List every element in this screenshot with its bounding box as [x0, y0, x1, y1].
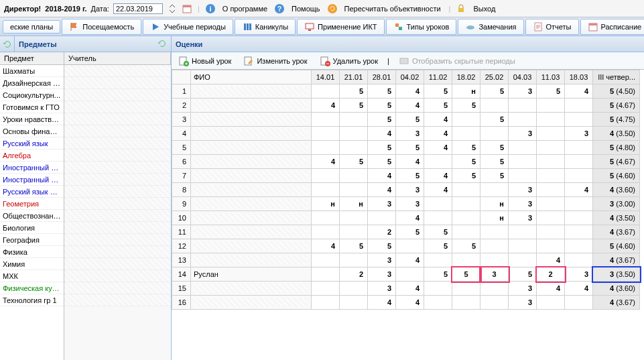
grade-cell[interactable]	[312, 282, 340, 296]
grade-cell[interactable]: 4	[424, 169, 452, 183]
grade-cell[interactable]: 3	[368, 282, 396, 296]
subject-row[interactable]: Русский язык и ...	[0, 186, 64, 198]
tab-ikt[interactable]: Применение ИКТ	[297, 19, 384, 35]
grade-row[interactable]: 12455555 (4.60)	[172, 239, 640, 253]
grade-cell[interactable]: 3	[509, 84, 537, 99]
grade-cell[interactable]: 4	[565, 183, 593, 197]
grade-cell[interactable]	[312, 141, 340, 155]
grade-cell[interactable]: 5	[452, 239, 480, 253]
grade-cell[interactable]	[537, 155, 565, 169]
subject-row[interactable]: Социокультурн...	[0, 89, 64, 101]
row-fio[interactable]	[191, 127, 312, 141]
grade-cell[interactable]	[509, 225, 537, 239]
grade-row[interactable]: 64554555 (4.67)	[172, 155, 640, 169]
grade-cell[interactable]	[537, 225, 565, 239]
grade-cell[interactable]	[565, 253, 593, 267]
grade-cell[interactable]: 4	[396, 253, 424, 267]
grade-cell[interactable]: 5	[424, 225, 452, 239]
summary-cell[interactable]: 5 (4.50)	[593, 84, 640, 99]
grade-cell[interactable]: 5	[396, 113, 424, 127]
grade-cell[interactable]: 5	[452, 99, 480, 113]
grade-cell[interactable]: 3	[396, 197, 424, 211]
grade-cell[interactable]	[340, 113, 368, 127]
grade-cell[interactable]: 5	[452, 267, 480, 282]
grade-cell[interactable]: 3	[509, 211, 537, 225]
row-fio[interactable]	[191, 113, 312, 127]
row-fio[interactable]	[191, 155, 312, 169]
row-fio[interactable]	[191, 239, 312, 253]
grade-cell[interactable]	[480, 296, 509, 310]
grade-cell[interactable]: 5	[368, 155, 396, 169]
date-spinner-icon[interactable]	[167, 3, 178, 14]
grade-cell[interactable]: 5	[396, 141, 424, 155]
grade-cell[interactable]	[537, 239, 565, 253]
summary-cell[interactable]: 5 (4.60)	[593, 239, 640, 253]
tab-schedule[interactable]: Расписание	[580, 19, 644, 35]
subject-row[interactable]: Иностранный яз...	[0, 162, 64, 174]
col-date[interactable]: 04.03	[509, 70, 537, 84]
col-date[interactable]: 11.03	[537, 70, 565, 84]
grade-cell[interactable]: 5	[452, 169, 480, 183]
row-fio[interactable]: Руслан	[191, 267, 312, 282]
grade-cell[interactable]: 5	[480, 155, 509, 169]
subject-row[interactable]: Геометрия	[0, 198, 64, 210]
grade-cell[interactable]: 4	[396, 282, 424, 296]
summary-cell[interactable]: 4 (3.60)	[593, 183, 640, 197]
grade-cell[interactable]	[312, 253, 340, 267]
grade-cell[interactable]: 5	[424, 99, 452, 113]
tab-reports[interactable]: Отчеты	[525, 19, 579, 35]
col-date[interactable]: 21.01	[340, 70, 368, 84]
row-fio[interactable]	[191, 99, 312, 113]
grade-cell[interactable]: 4	[565, 84, 593, 99]
grade-cell[interactable]: 4	[396, 84, 424, 99]
grade-row[interactable]: 164434 (3.67)	[172, 296, 640, 310]
tab-plans[interactable]: еские планы	[3, 20, 60, 34]
summary-cell[interactable]: 5 (4.60)	[593, 169, 640, 183]
grade-cell[interactable]: 3	[368, 267, 396, 282]
row-fio[interactable]	[191, 296, 312, 310]
row-fio[interactable]	[191, 282, 312, 296]
grade-cell[interactable]	[340, 141, 368, 155]
row-fio[interactable]	[191, 197, 312, 211]
tab-holidays[interactable]: Каникулы	[235, 19, 296, 35]
grade-cell[interactable]	[537, 197, 565, 211]
grade-cell[interactable]	[340, 211, 368, 225]
grade-cell[interactable]: 4	[368, 296, 396, 310]
exit-button[interactable]: Выход	[470, 3, 498, 14]
grade-cell[interactable]: н	[480, 211, 509, 225]
grade-cell[interactable]: 3	[565, 267, 593, 282]
grade-cell[interactable]: 4	[396, 211, 424, 225]
grade-cell[interactable]	[340, 253, 368, 267]
grade-cell[interactable]	[452, 282, 480, 296]
subject-row[interactable]: Обществознание	[0, 210, 64, 222]
grade-cell[interactable]: 5	[368, 113, 396, 127]
grade-row[interactable]: 24554555 (4.67)	[172, 99, 640, 113]
col-date[interactable]: 18.02	[452, 70, 480, 84]
grade-cell[interactable]: 3	[509, 282, 537, 296]
grade-cell[interactable]	[452, 197, 480, 211]
grade-cell[interactable]: 5	[424, 84, 452, 99]
grade-cell[interactable]	[340, 296, 368, 310]
grade-cell[interactable]	[509, 113, 537, 127]
summary-cell[interactable]: 5 (4.67)	[593, 99, 640, 113]
grade-cell[interactable]	[509, 253, 537, 267]
grade-cell[interactable]: 4	[312, 155, 340, 169]
grade-cell[interactable]	[396, 267, 424, 282]
grade-cell[interactable]: 5	[480, 169, 509, 183]
grade-cell[interactable]: 3	[509, 127, 537, 141]
summary-cell[interactable]: 3 (3.00)	[593, 197, 640, 211]
grade-cell[interactable]	[424, 211, 452, 225]
grade-cell[interactable]: 4	[565, 282, 593, 296]
grades-table[interactable]: ФИО14.0121.0128.0104.0211.0218.0225.0204…	[172, 70, 640, 310]
grade-cell[interactable]: 4	[537, 282, 565, 296]
new-lesson-button[interactable]: Новый урок	[176, 54, 234, 68]
subject-row[interactable]: Физическая кул...	[0, 282, 64, 294]
grade-cell[interactable]: 4	[368, 127, 396, 141]
grade-cell[interactable]	[565, 155, 593, 169]
grade-cell[interactable]	[480, 253, 509, 267]
grade-cell[interactable]: 4	[396, 296, 424, 310]
grade-cell[interactable]: 3	[509, 197, 537, 211]
subject-row[interactable]: Иностранный яз...	[0, 174, 64, 186]
grade-cell[interactable]: 5	[368, 239, 396, 253]
grade-cell[interactable]: н	[480, 197, 509, 211]
